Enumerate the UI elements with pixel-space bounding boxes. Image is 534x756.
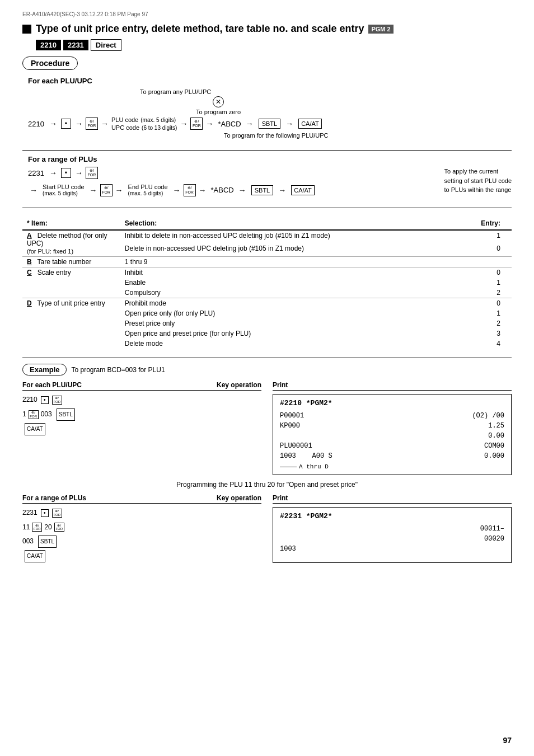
print-r-row-2: 00020 <box>280 534 504 544</box>
selection-b: 1 thru 9 <box>120 257 438 267</box>
items-table: * Item: Selection: Entry: A Delete metho… <box>22 217 512 349</box>
for-box-ex2: ⊕/FOR <box>29 410 39 419</box>
entry-b <box>438 257 512 267</box>
a-thru-d: A thru D <box>280 463 504 470</box>
title-square-icon <box>22 25 31 34</box>
item-letter-b: B <box>27 258 32 266</box>
pgm-badge: PGM 2 <box>368 25 393 34</box>
example-range-left: For a range of PLUs Key operation 2231 •… <box>22 494 261 563</box>
divider-3 <box>22 358 512 358</box>
key-op-label-ex: Key operation <box>217 381 261 389</box>
example-left: For each PLU/UPC Key operation 2210 • ⊕/… <box>22 381 261 475</box>
for-box-r1: ⊕/FOR <box>86 167 98 179</box>
key-ops-1: 2210 • ⊕/FOR 1 ⊕/FOR 003 SBTL CA/AT <box>22 394 261 435</box>
divider-2 <box>22 208 512 208</box>
code-box-1: 2210 <box>36 40 61 50</box>
entry-d4: 3 <box>438 328 512 339</box>
sbtl-ex2: SBTL <box>38 536 57 548</box>
page-number: 97 <box>503 736 512 745</box>
page-title: Type of unit price entry, delete method,… <box>36 23 364 35</box>
dot-box-1: • <box>61 119 71 129</box>
arrow-r3: → <box>30 186 38 195</box>
for-box-2: ⊕/FOR <box>190 118 203 130</box>
example-label: Example <box>22 364 67 375</box>
code-badges: 2210 2231 Direct <box>36 39 512 51</box>
for-range-label-ex: For a range of PLUs <box>22 494 86 502</box>
top-note: To program any PLU/UPC <box>140 88 211 95</box>
item-c-cell: C Scale entry <box>22 267 120 298</box>
start-end-row: → Start PLU code (max. 5 digits) → ⊕/FOR… <box>28 184 317 196</box>
for-range-section: For a range of PLUs 2231 → • → ⊕/FOR → <box>28 155 512 196</box>
flow-row-1: 2210 → • → ⊕/FOR → PLU code (max. 5 digi… <box>28 116 512 131</box>
entry-c2: 1 <box>438 278 512 288</box>
dot-box-r1: • <box>61 168 71 178</box>
print-r-row-3: 1003 <box>280 544 504 554</box>
following-note: To program for the following PLU/UPC <box>224 132 512 139</box>
table-row: C Scale entry Inhibit 0 <box>22 267 512 278</box>
arrow-4: → <box>180 119 188 128</box>
arrow-r4: → <box>90 186 97 195</box>
example-right: Print #2210 *PGM2* P00001 (O2) /00 KP000… <box>273 381 512 475</box>
caat-box-r: CA/AT <box>291 185 315 195</box>
circle-x-icon: ✕ <box>213 96 224 107</box>
print-row-5: 1003 A00 S 0.000 <box>280 451 504 461</box>
arrow-r7: → <box>199 186 207 195</box>
doc-header: ER-A410/A420(SEC)-3 03.12.22 0:18 PM Pag… <box>22 11 512 17</box>
plu-code-label: PLU code <box>111 116 138 123</box>
apply-note: To apply the current setting of start PL… <box>444 167 512 195</box>
abcd-text-r: *ABCD <box>211 186 234 194</box>
key-op-r-line-4: CA/AT <box>22 550 261 562</box>
for-range-label: For a range of PLUs <box>28 155 512 163</box>
for-each-plu-section: For each PLU/UPC To program any PLU/UPC … <box>28 77 512 139</box>
arrow-1: → <box>49 119 57 128</box>
th-entry: Entry: <box>438 217 512 230</box>
item-d-cell: D Type of unit price entry <box>22 298 120 349</box>
selection-c2: Enable <box>120 278 438 288</box>
programming-note: Programming the PLU 11 thru 20 for "Open… <box>22 481 512 489</box>
selection-d4: Open price and preset price (for only PL… <box>120 328 438 339</box>
doc-ref: ER-A410/A420(SEC)-3 03.12.22 0:18 PM Pag… <box>22 11 148 17</box>
print-label-ex2: Print <box>273 494 512 504</box>
selection-d1: Prohibit mode <box>120 298 438 309</box>
caat-ex2: CA/AT <box>25 550 45 562</box>
selection-c1: Inhibit <box>120 267 438 278</box>
for-box-ex5: ⊕/FOR <box>54 523 64 532</box>
sbtl-box-r: SBTL <box>251 185 274 195</box>
key-op-line-2: 1 ⊕/FOR 003 SBTL <box>22 408 261 421</box>
example-desc: To program BCD=003 for PLU1 <box>71 366 165 374</box>
zero-note: To program zero <box>196 109 241 115</box>
example-section: Example To program BCD=003 for PLU1 For … <box>22 364 512 563</box>
table-row: A Delete method (for only UPC)(for PLU: … <box>22 230 512 243</box>
start-end-flow: → Start PLU code (max. 5 digits) → ⊕/FOR… <box>28 184 317 196</box>
arrow-r1: → <box>49 168 57 177</box>
print-lines: P00001 (O2) /00 KP000 1.25 0.00 PLU00 <box>280 411 504 461</box>
item-name-a: Delete method (for only UPC)(for PLU: fi… <box>27 232 107 255</box>
print-row-4: PLU00001 COM00 <box>280 441 504 451</box>
table-row: B Tare table number 1 thru 9 <box>22 257 512 267</box>
start-label: Start PLU code <box>43 184 85 190</box>
arrow-3: → <box>101 119 109 128</box>
print-header-2: #2231 *PGM2* <box>280 512 504 520</box>
for-each-plu-label: For each PLU/UPC <box>28 77 512 85</box>
print-r-row-1: 00011– <box>280 524 504 534</box>
upc-code-digits: (6 to 13 digits) <box>142 125 177 131</box>
end-label: End PLU code <box>128 184 168 190</box>
for-box-ex3: ⊕/FOR <box>52 509 62 518</box>
for-box-r3: ⊕/FOR <box>184 184 196 196</box>
print-row-3: 0.00 <box>280 431 504 441</box>
table-row: D Type of unit price entry Prohibit mode… <box>22 298 512 309</box>
print-row-2: KP000 1.25 <box>280 421 504 431</box>
selection-a1: Inhibit to delete in non-accessed UPC de… <box>120 230 438 243</box>
entry-a1: 1 <box>438 230 512 243</box>
arrow-5: → <box>205 119 213 128</box>
example-range: For a range of PLUs Key operation 2231 •… <box>22 494 512 563</box>
key-op-r-line-1: 2231 • ⊕/FOR <box>22 507 261 519</box>
entry-d1: 0 <box>438 298 512 309</box>
caat-ex1: CA/AT <box>25 423 45 435</box>
dot-box-ex1: • <box>41 396 49 404</box>
print-label-ex: Print <box>273 381 512 391</box>
start-digits: (max. 5 digits) <box>43 190 85 196</box>
print-box-1: #2210 *PGM2* P00001 (O2) /00 KP000 1.25 <box>273 394 512 475</box>
for-box-r2: ⊕/FOR <box>100 184 113 196</box>
selection-d2: Open price only (for only PLU) <box>120 308 438 318</box>
